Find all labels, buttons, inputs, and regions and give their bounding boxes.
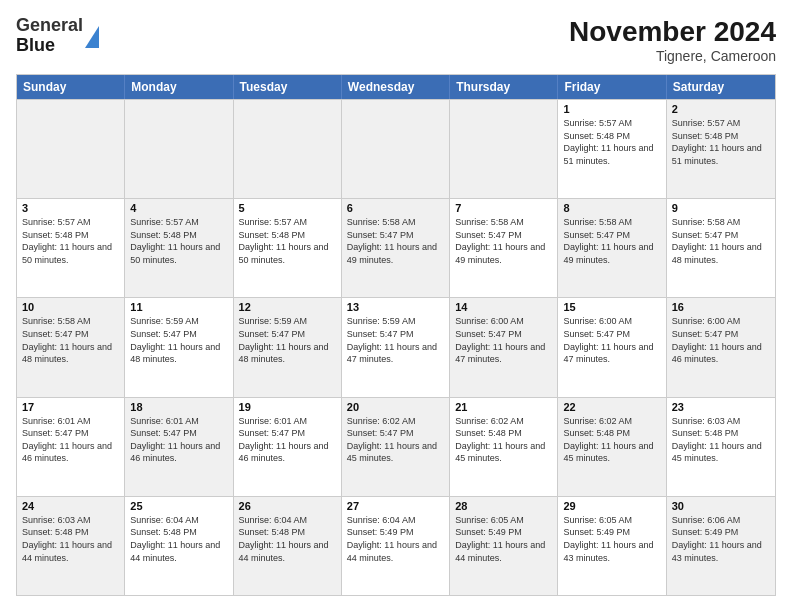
day-info: Sunrise: 5:58 AM Sunset: 5:47 PM Dayligh… (563, 216, 660, 266)
day-info: Sunrise: 6:05 AM Sunset: 5:49 PM Dayligh… (563, 514, 660, 564)
calendar-cell: 27Sunrise: 6:04 AM Sunset: 5:49 PM Dayli… (342, 497, 450, 595)
calendar-cell: 9Sunrise: 5:58 AM Sunset: 5:47 PM Daylig… (667, 199, 775, 297)
day-number: 13 (347, 301, 444, 313)
day-number: 7 (455, 202, 552, 214)
calendar-cell: 18Sunrise: 6:01 AM Sunset: 5:47 PM Dayli… (125, 398, 233, 496)
day-info: Sunrise: 6:01 AM Sunset: 5:47 PM Dayligh… (130, 415, 227, 465)
day-info: Sunrise: 6:00 AM Sunset: 5:47 PM Dayligh… (672, 315, 770, 365)
day-number: 3 (22, 202, 119, 214)
header: General Blue November 2024 Tignere, Came… (16, 16, 776, 64)
calendar-cell: 3Sunrise: 5:57 AM Sunset: 5:48 PM Daylig… (17, 199, 125, 297)
calendar-cell: 22Sunrise: 6:02 AM Sunset: 5:48 PM Dayli… (558, 398, 666, 496)
weekday-header: Wednesday (342, 75, 450, 99)
page: General Blue November 2024 Tignere, Came… (0, 0, 792, 612)
calendar-cell: 24Sunrise: 6:03 AM Sunset: 5:48 PM Dayli… (17, 497, 125, 595)
day-info: Sunrise: 6:03 AM Sunset: 5:48 PM Dayligh… (672, 415, 770, 465)
calendar-cell: 28Sunrise: 6:05 AM Sunset: 5:49 PM Dayli… (450, 497, 558, 595)
day-number: 24 (22, 500, 119, 512)
calendar-cell: 5Sunrise: 5:57 AM Sunset: 5:48 PM Daylig… (234, 199, 342, 297)
day-number: 19 (239, 401, 336, 413)
calendar-cell: 14Sunrise: 6:00 AM Sunset: 5:47 PM Dayli… (450, 298, 558, 396)
calendar-cell (125, 100, 233, 198)
calendar-body: 1Sunrise: 5:57 AM Sunset: 5:48 PM Daylig… (17, 99, 775, 595)
location: Tignere, Cameroon (569, 48, 776, 64)
calendar-header: SundayMondayTuesdayWednesdayThursdayFrid… (17, 75, 775, 99)
day-number: 28 (455, 500, 552, 512)
calendar-cell: 11Sunrise: 5:59 AM Sunset: 5:47 PM Dayli… (125, 298, 233, 396)
calendar-cell (234, 100, 342, 198)
day-info: Sunrise: 5:59 AM Sunset: 5:47 PM Dayligh… (347, 315, 444, 365)
calendar-cell (342, 100, 450, 198)
weekday-header: Tuesday (234, 75, 342, 99)
calendar-cell: 19Sunrise: 6:01 AM Sunset: 5:47 PM Dayli… (234, 398, 342, 496)
weekday-header: Thursday (450, 75, 558, 99)
day-number: 18 (130, 401, 227, 413)
day-number: 29 (563, 500, 660, 512)
calendar-cell: 17Sunrise: 6:01 AM Sunset: 5:47 PM Dayli… (17, 398, 125, 496)
day-info: Sunrise: 6:02 AM Sunset: 5:47 PM Dayligh… (347, 415, 444, 465)
calendar-cell: 21Sunrise: 6:02 AM Sunset: 5:48 PM Dayli… (450, 398, 558, 496)
day-info: Sunrise: 6:01 AM Sunset: 5:47 PM Dayligh… (239, 415, 336, 465)
calendar-row: 10Sunrise: 5:58 AM Sunset: 5:47 PM Dayli… (17, 297, 775, 396)
calendar-cell: 25Sunrise: 6:04 AM Sunset: 5:48 PM Dayli… (125, 497, 233, 595)
day-number: 1 (563, 103, 660, 115)
logo-arrow-icon (85, 26, 99, 48)
calendar-row: 24Sunrise: 6:03 AM Sunset: 5:48 PM Dayli… (17, 496, 775, 595)
logo: General Blue (16, 16, 99, 56)
calendar-cell (450, 100, 558, 198)
day-info: Sunrise: 6:06 AM Sunset: 5:49 PM Dayligh… (672, 514, 770, 564)
day-info: Sunrise: 5:57 AM Sunset: 5:48 PM Dayligh… (239, 216, 336, 266)
day-number: 6 (347, 202, 444, 214)
calendar-row: 17Sunrise: 6:01 AM Sunset: 5:47 PM Dayli… (17, 397, 775, 496)
day-info: Sunrise: 6:04 AM Sunset: 5:48 PM Dayligh… (130, 514, 227, 564)
calendar-cell: 10Sunrise: 5:58 AM Sunset: 5:47 PM Dayli… (17, 298, 125, 396)
calendar-cell: 29Sunrise: 6:05 AM Sunset: 5:49 PM Dayli… (558, 497, 666, 595)
day-number: 21 (455, 401, 552, 413)
day-number: 17 (22, 401, 119, 413)
calendar-cell (17, 100, 125, 198)
day-number: 26 (239, 500, 336, 512)
weekday-header: Sunday (17, 75, 125, 99)
logo-line2: Blue (16, 36, 83, 56)
calendar-row: 3Sunrise: 5:57 AM Sunset: 5:48 PM Daylig… (17, 198, 775, 297)
day-number: 23 (672, 401, 770, 413)
day-number: 9 (672, 202, 770, 214)
day-number: 2 (672, 103, 770, 115)
calendar-cell: 26Sunrise: 6:04 AM Sunset: 5:48 PM Dayli… (234, 497, 342, 595)
calendar-cell: 20Sunrise: 6:02 AM Sunset: 5:47 PM Dayli… (342, 398, 450, 496)
day-info: Sunrise: 6:00 AM Sunset: 5:47 PM Dayligh… (563, 315, 660, 365)
day-info: Sunrise: 6:02 AM Sunset: 5:48 PM Dayligh… (455, 415, 552, 465)
day-number: 25 (130, 500, 227, 512)
day-info: Sunrise: 6:05 AM Sunset: 5:49 PM Dayligh… (455, 514, 552, 564)
calendar-cell: 2Sunrise: 5:57 AM Sunset: 5:48 PM Daylig… (667, 100, 775, 198)
day-number: 16 (672, 301, 770, 313)
day-info: Sunrise: 5:57 AM Sunset: 5:48 PM Dayligh… (563, 117, 660, 167)
calendar-cell: 6Sunrise: 5:58 AM Sunset: 5:47 PM Daylig… (342, 199, 450, 297)
calendar: SundayMondayTuesdayWednesdayThursdayFrid… (16, 74, 776, 596)
day-number: 11 (130, 301, 227, 313)
day-number: 4 (130, 202, 227, 214)
day-info: Sunrise: 5:58 AM Sunset: 5:47 PM Dayligh… (22, 315, 119, 365)
month-title: November 2024 (569, 16, 776, 48)
calendar-cell: 8Sunrise: 5:58 AM Sunset: 5:47 PM Daylig… (558, 199, 666, 297)
logo-line1: General (16, 16, 83, 36)
day-number: 10 (22, 301, 119, 313)
calendar-cell: 23Sunrise: 6:03 AM Sunset: 5:48 PM Dayli… (667, 398, 775, 496)
day-info: Sunrise: 6:01 AM Sunset: 5:47 PM Dayligh… (22, 415, 119, 465)
calendar-cell: 12Sunrise: 5:59 AM Sunset: 5:47 PM Dayli… (234, 298, 342, 396)
day-info: Sunrise: 5:59 AM Sunset: 5:47 PM Dayligh… (130, 315, 227, 365)
calendar-cell: 30Sunrise: 6:06 AM Sunset: 5:49 PM Dayli… (667, 497, 775, 595)
day-info: Sunrise: 5:57 AM Sunset: 5:48 PM Dayligh… (130, 216, 227, 266)
calendar-row: 1Sunrise: 5:57 AM Sunset: 5:48 PM Daylig… (17, 99, 775, 198)
title-area: November 2024 Tignere, Cameroon (569, 16, 776, 64)
calendar-cell: 7Sunrise: 5:58 AM Sunset: 5:47 PM Daylig… (450, 199, 558, 297)
day-info: Sunrise: 6:00 AM Sunset: 5:47 PM Dayligh… (455, 315, 552, 365)
day-info: Sunrise: 5:58 AM Sunset: 5:47 PM Dayligh… (455, 216, 552, 266)
calendar-cell: 16Sunrise: 6:00 AM Sunset: 5:47 PM Dayli… (667, 298, 775, 396)
weekday-header: Friday (558, 75, 666, 99)
day-info: Sunrise: 5:57 AM Sunset: 5:48 PM Dayligh… (672, 117, 770, 167)
day-info: Sunrise: 5:59 AM Sunset: 5:47 PM Dayligh… (239, 315, 336, 365)
day-info: Sunrise: 5:58 AM Sunset: 5:47 PM Dayligh… (347, 216, 444, 266)
day-info: Sunrise: 6:04 AM Sunset: 5:48 PM Dayligh… (239, 514, 336, 564)
day-number: 12 (239, 301, 336, 313)
